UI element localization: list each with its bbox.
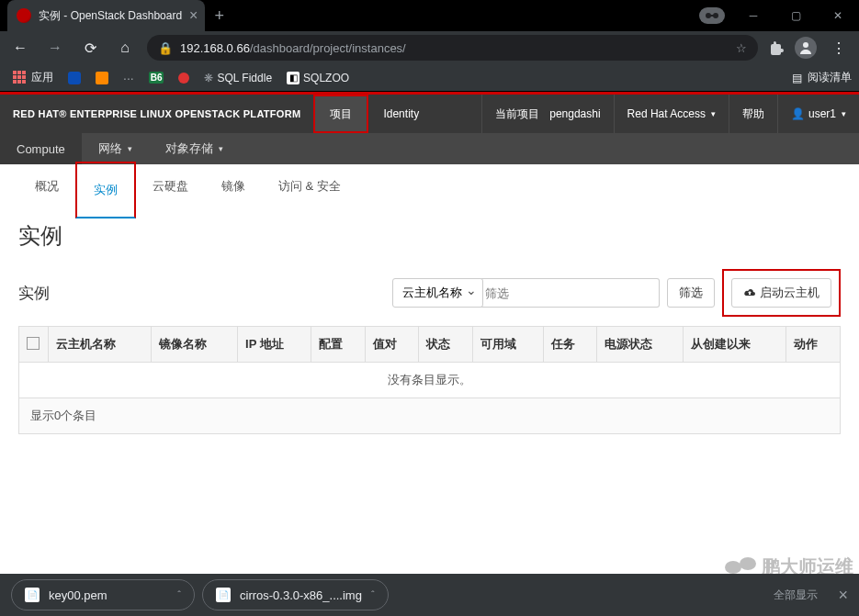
panel-header: 实例 云主机名称 筛选 启动云主机	[18, 269, 841, 317]
bookmark-icon	[96, 72, 108, 84]
sqlfiddle-bookmark[interactable]: ❋SQL Fiddle	[198, 66, 277, 90]
bookmark-icon	[178, 73, 189, 84]
bookmark-icon: ◧	[287, 72, 300, 84]
extensions-icon[interactable]	[767, 39, 786, 57]
help-link[interactable]: 帮助	[729, 95, 777, 133]
panel-title: 实例	[18, 283, 50, 304]
new-tab-button[interactable]: +	[214, 6, 224, 26]
subnav-network[interactable]: 网络▾	[82, 133, 149, 164]
forward-button[interactable]: →	[42, 39, 68, 56]
url-host: 192.168.0.66	[180, 41, 250, 55]
address-bar: ← → ⟳ ⌂ 🔒 192.168.0.66/dashboard/project…	[0, 31, 859, 64]
close-downloads-bar[interactable]: ×	[838, 586, 848, 605]
bookmark-item[interactable]	[62, 66, 86, 90]
nav-identity[interactable]: Identity	[368, 95, 434, 133]
checkbox-icon[interactable]	[27, 337, 40, 350]
close-window-button[interactable]: ✕	[817, 0, 859, 31]
file-icon: 📄	[216, 588, 231, 602]
bookmark-item[interactable]: ···	[118, 66, 140, 90]
lock-icon: 🔒	[158, 41, 173, 55]
bookmark-label: SQLZOO	[303, 72, 349, 84]
current-project-label: 当前项目	[495, 106, 539, 122]
url-input[interactable]: 🔒 192.168.0.66/dashboard/project/instanc…	[147, 35, 758, 61]
tab-close-icon[interactable]: ×	[189, 7, 198, 24]
bookmark-icon: ❋	[204, 72, 213, 84]
svg-point-3	[803, 42, 808, 48]
sqlzoo-bookmark[interactable]: ◧SQLZOO	[281, 66, 355, 90]
current-project-value: pengdashi	[549, 107, 600, 120]
bookmark-item[interactable]: B6	[143, 66, 170, 90]
download-item[interactable]: 📄 key00.pem ˆ	[11, 579, 195, 610]
bookmark-icon: ···	[123, 71, 134, 85]
page-content: 实例 实例 云主机名称 筛选 启动云主机 云主机名称	[0, 208, 859, 434]
filter-button[interactable]: 筛选	[667, 278, 715, 308]
back-button[interactable]: ←	[7, 39, 33, 56]
col-flavor[interactable]: 配置	[311, 327, 366, 363]
apps-grid-icon	[13, 71, 28, 85]
table-header-row: 云主机名称 镜像名称 IP 地址 配置 值对 状态 可用域 任务 电源状态 从创…	[19, 327, 841, 363]
footer-count: 显示0个条目	[19, 398, 841, 434]
file-icon: 📄	[25, 588, 40, 602]
col-keypair[interactable]: 值对	[365, 327, 419, 363]
col-power[interactable]: 电源状态	[597, 327, 684, 363]
incognito-icon[interactable]	[699, 7, 725, 24]
reload-button[interactable]: ⟳	[77, 39, 103, 57]
tab-title: 实例 - OpenStack Dashboard	[39, 8, 182, 24]
reading-list-button[interactable]: ▤ 阅读清单	[792, 70, 852, 85]
bookmark-icon	[68, 72, 81, 84]
col-ip[interactable]: IP 地址	[238, 327, 311, 363]
sub-navigation: Compute 网络▾ 对象存储▾	[0, 133, 859, 164]
chevron-down-icon: ▾	[219, 144, 223, 153]
browser-titlebar: 实例 - OpenStack Dashboard × + ─ ▢ ✕	[0, 0, 859, 31]
show-all-downloads[interactable]: 全部显示	[774, 588, 818, 603]
bookmark-star-icon[interactable]: ☆	[736, 41, 747, 55]
nav-project[interactable]: 项目	[313, 95, 368, 133]
bookmark-item[interactable]	[90, 66, 114, 90]
chevron-up-icon[interactable]: ˆ	[371, 589, 375, 600]
filter-input[interactable]	[476, 278, 660, 308]
col-actions[interactable]: 动作	[786, 327, 841, 363]
download-filename: cirros-0.3.0-x86_....img	[240, 588, 362, 602]
cloud-upload-icon	[743, 287, 756, 298]
chevron-down-icon: ▾	[842, 109, 846, 118]
subnav-compute[interactable]: Compute	[0, 133, 82, 164]
bookmark-item[interactable]	[173, 66, 195, 90]
tab-images[interactable]: 镜像	[205, 164, 262, 208]
bookmark-icon: B6	[149, 72, 164, 84]
chevron-up-icon[interactable]: ˆ	[177, 589, 181, 600]
apps-bookmark[interactable]: 应用	[7, 66, 59, 90]
table-footer: 显示0个条目	[19, 398, 841, 434]
col-az[interactable]: 可用域	[473, 327, 543, 363]
empty-row: 没有条目显示。	[19, 363, 841, 398]
col-task[interactable]: 任务	[543, 327, 597, 363]
tab-volumes[interactable]: 云硬盘	[136, 164, 205, 208]
col-name[interactable]: 云主机名称	[49, 327, 152, 363]
redhat-access-menu[interactable]: Red Hat Access▾	[614, 95, 729, 133]
select-all-header[interactable]	[19, 327, 49, 363]
filter-field-select[interactable]: 云主机名称	[392, 278, 483, 308]
profile-avatar[interactable]	[795, 37, 817, 59]
launch-instance-button[interactable]: 启动云主机	[731, 278, 831, 308]
current-project[interactable]: 当前项目 pengdashi	[481, 95, 614, 133]
subnav-object-storage[interactable]: 对象存储▾	[149, 133, 240, 164]
home-button[interactable]: ⌂	[112, 39, 138, 56]
browser-tab[interactable]: 实例 - OpenStack Dashboard ×	[7, 0, 205, 31]
col-status[interactable]: 状态	[419, 327, 473, 363]
minimize-button[interactable]: ─	[732, 0, 774, 31]
user-menu[interactable]: 👤 user1▾	[777, 95, 859, 133]
tab-overview[interactable]: 概况	[18, 164, 75, 208]
instances-table: 云主机名称 镜像名称 IP 地址 配置 值对 状态 可用域 任务 电源状态 从创…	[18, 326, 841, 434]
col-image[interactable]: 镜像名称	[151, 327, 237, 363]
bookmarks-bar: 应用 ··· B6 ❋SQL Fiddle ◧SQLZOO ▤ 阅读清单	[0, 64, 859, 92]
browser-menu-icon[interactable]: ⋮	[826, 39, 852, 57]
reading-list-icon: ▤	[792, 72, 802, 84]
url-path: /dashboard/project/instances/	[250, 41, 406, 55]
window-controls: ─ ▢ ✕	[699, 0, 859, 31]
download-item[interactable]: 📄 cirros-0.3.0-x86_....img ˆ	[202, 579, 389, 610]
apps-label: 应用	[31, 70, 53, 85]
tab-access-security[interactable]: 访问 & 安全	[262, 164, 357, 208]
col-age[interactable]: 从创建以来	[684, 327, 786, 363]
maximize-button[interactable]: ▢	[774, 0, 817, 31]
page-tabs: 概况 实例 云硬盘 镜像 访问 & 安全	[0, 164, 859, 208]
tab-instances[interactable]: 实例	[75, 162, 136, 218]
